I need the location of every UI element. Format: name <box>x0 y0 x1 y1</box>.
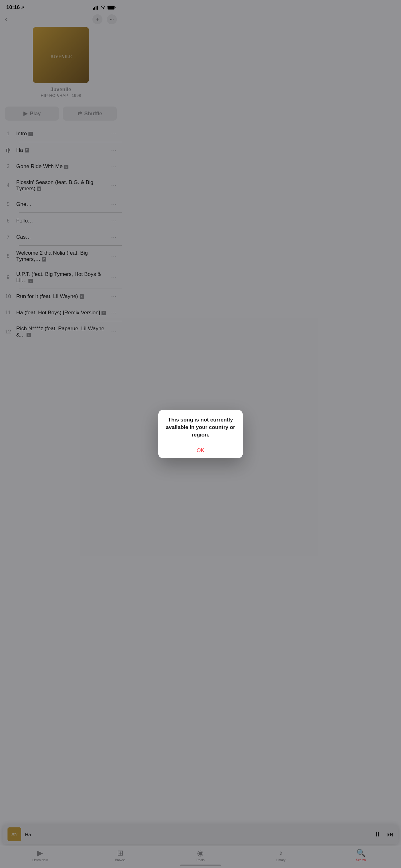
modal-overlay[interactable]: This song is not currently available in … <box>0 0 122 371</box>
